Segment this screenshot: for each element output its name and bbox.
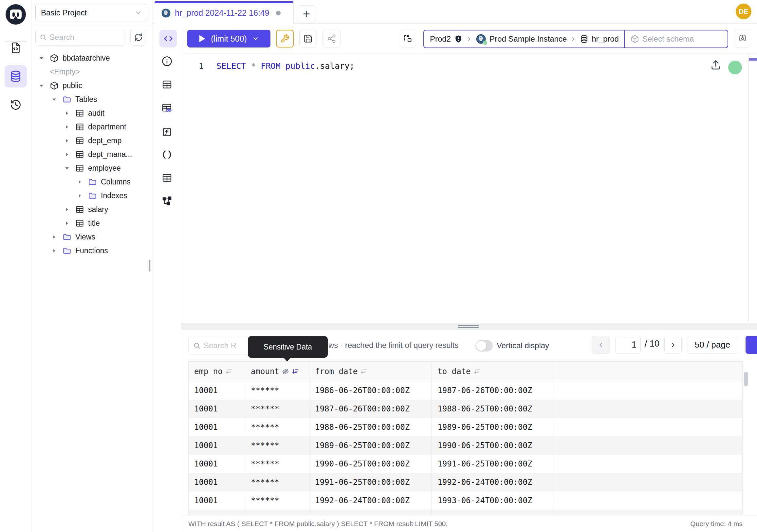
share-icon xyxy=(327,34,336,43)
connection-status-dot xyxy=(728,61,742,74)
breadcrumb-environment[interactable]: Prod2 xyxy=(430,34,463,44)
code-line-1[interactable]: 1 SELECT * FROM public.salary; xyxy=(181,58,757,74)
table-row[interactable]: 10001******1989-06-25T00:00:00Z1990-06-2… xyxy=(189,436,742,455)
export-button[interactable] xyxy=(745,336,757,354)
column-header-emp-no[interactable]: emp_no xyxy=(189,362,245,381)
sort-icon[interactable] xyxy=(225,368,232,375)
info-panel-button[interactable] xyxy=(161,55,173,68)
table-scrollbar[interactable] xyxy=(744,372,748,386)
caret-right-icon[interactable] xyxy=(64,139,70,143)
sql-editor[interactable]: 1 SELECT * FROM public.salary; xyxy=(181,53,757,323)
vertical-display-toggle[interactable] xyxy=(475,340,493,352)
table-row[interactable]: 10001******1986-06-26T00:00:00Z1987-06-2… xyxy=(189,381,742,400)
caret-right-icon[interactable] xyxy=(77,194,82,198)
tree-item-label: salary xyxy=(88,205,108,214)
procedures-panel-button[interactable] xyxy=(161,148,173,161)
tree-item-label: Columns xyxy=(101,177,131,186)
sidebar-resize-handle[interactable] xyxy=(149,260,151,271)
tab-hr-prod[interactable]: hr_prod 2024-11-22 16:49 xyxy=(155,0,294,24)
column-header-amount[interactable]: amount xyxy=(245,362,309,381)
save-button[interactable] xyxy=(299,30,317,47)
caret-right-icon[interactable] xyxy=(51,249,57,253)
caret-right-icon[interactable] xyxy=(64,221,70,225)
breadcrumb-instance[interactable]: Prod Sample Instance xyxy=(476,34,567,44)
share-button[interactable] xyxy=(322,30,341,47)
refresh-button[interactable] xyxy=(130,29,146,46)
tree-item-dept-manager[interactable]: dept_mana... xyxy=(31,147,152,161)
sort-icon[interactable] xyxy=(473,368,481,375)
tree-item-employee[interactable]: employee xyxy=(31,161,152,175)
sidebar-search-input[interactable] xyxy=(49,33,121,42)
add-tab-button[interactable]: + xyxy=(297,5,316,22)
query-time: Query time: 4 ms xyxy=(690,520,742,528)
sidebar-item-history[interactable] xyxy=(5,94,27,116)
sort-icon[interactable] xyxy=(360,368,367,375)
table-row[interactable]: 10001******1991-06-25T00:00:00Z1992-06-2… xyxy=(189,473,742,491)
sidebar-item-worksheets[interactable] xyxy=(5,37,27,59)
result-limit-text: ws - reached the limit of query results xyxy=(328,341,459,350)
select-schema-button[interactable]: Select schema xyxy=(624,30,728,47)
breadcrumb-database[interactable]: hr_prod xyxy=(580,34,619,44)
caret-right-icon[interactable] xyxy=(64,111,70,115)
column-header-from-date[interactable]: from_date xyxy=(309,362,432,381)
caret-right-icon[interactable] xyxy=(64,152,70,157)
page-number-input[interactable] xyxy=(615,336,641,354)
tree-item-tables[interactable]: Tables xyxy=(31,92,152,106)
table-search-icon xyxy=(162,103,172,114)
tree-item-salary[interactable]: salary xyxy=(31,203,152,216)
upload-sql-button[interactable] xyxy=(710,59,721,71)
functions-panel-button[interactable] xyxy=(161,126,173,138)
caret-right-icon[interactable] xyxy=(77,180,82,184)
editor-scrollbar[interactable] xyxy=(748,53,757,323)
table-row[interactable]: 10001******1988-06-25T00:00:00Z1989-06-2… xyxy=(189,418,742,436)
panel-resize-divider[interactable] xyxy=(181,323,757,330)
caret-right-icon[interactable] xyxy=(64,207,70,212)
tree-item-department[interactable]: department xyxy=(31,120,152,134)
bytebase-logo[interactable] xyxy=(5,4,26,25)
query-settings-button[interactable] xyxy=(276,30,294,47)
tree-item-title[interactable]: title xyxy=(31,216,152,230)
drag-handle-icon xyxy=(458,327,479,328)
table-row[interactable]: 10001******1987-06-26T00:00:00Z1988-06-2… xyxy=(189,400,742,418)
tree-item-audit[interactable]: audit xyxy=(31,106,152,120)
external-tables-panel-button[interactable] xyxy=(161,172,173,184)
drag-handle-icon xyxy=(458,325,479,326)
sidebar-item-databases[interactable] xyxy=(5,65,27,87)
tree-item-dept-emp[interactable]: dept_emp xyxy=(31,134,152,147)
folder-icon xyxy=(88,191,97,200)
code-panel-toggle[interactable] xyxy=(160,30,177,47)
caret-right-icon[interactable] xyxy=(51,235,57,239)
schema-diagram-panel-button[interactable] xyxy=(161,195,173,207)
tree-item-views[interactable]: Views xyxy=(31,230,152,244)
tree-item-empty: <Empty> xyxy=(31,65,152,78)
table-row[interactable]: 10001******1992-06-24T00:00:00Z1993-06-2… xyxy=(189,491,742,510)
instance-label: Prod Sample Instance xyxy=(490,34,567,44)
masked-data-panel-button[interactable] xyxy=(161,102,173,114)
run-query-button[interactable]: (limit 500) xyxy=(187,30,270,47)
tables-panel-button[interactable] xyxy=(161,78,173,91)
caret-right-icon[interactable] xyxy=(64,125,70,129)
column-header-to-date[interactable]: to_date xyxy=(432,362,554,381)
tree-item-indexes[interactable]: Indexes xyxy=(31,189,152,203)
tree-item-columns[interactable]: Columns xyxy=(31,175,152,189)
caret-down-icon[interactable] xyxy=(64,166,70,171)
user-avatar[interactable]: DE xyxy=(736,4,751,19)
sort-desc-active-icon[interactable] xyxy=(292,368,299,375)
ai-assistant-button[interactable] xyxy=(734,30,751,47)
table-row[interactable]: 10001******1990-06-25T00:00:00Z1991-06-2… xyxy=(189,455,742,473)
table-icon xyxy=(75,109,84,118)
batch-query-button[interactable] xyxy=(400,30,416,47)
tree-item-bbdataarchive[interactable]: bbdataarchive xyxy=(31,51,152,65)
connection-breadcrumb[interactable]: Prod2 Prod S xyxy=(423,30,728,48)
page-size-select[interactable]: 50 / page xyxy=(687,336,737,354)
project-selector[interactable]: Basic Project xyxy=(35,4,147,21)
next-page-button[interactable] xyxy=(664,336,682,354)
tree-item-public[interactable]: public xyxy=(31,78,152,92)
caret-down-icon[interactable] xyxy=(39,83,44,88)
caret-down-icon[interactable] xyxy=(39,56,44,61)
caret-down-icon[interactable] xyxy=(51,97,57,102)
project-selector-value: Basic Project xyxy=(41,8,87,17)
prev-page-button[interactable] xyxy=(591,336,610,354)
instance-online-dot xyxy=(483,41,487,45)
tree-item-functions[interactable]: Functions xyxy=(31,244,152,258)
